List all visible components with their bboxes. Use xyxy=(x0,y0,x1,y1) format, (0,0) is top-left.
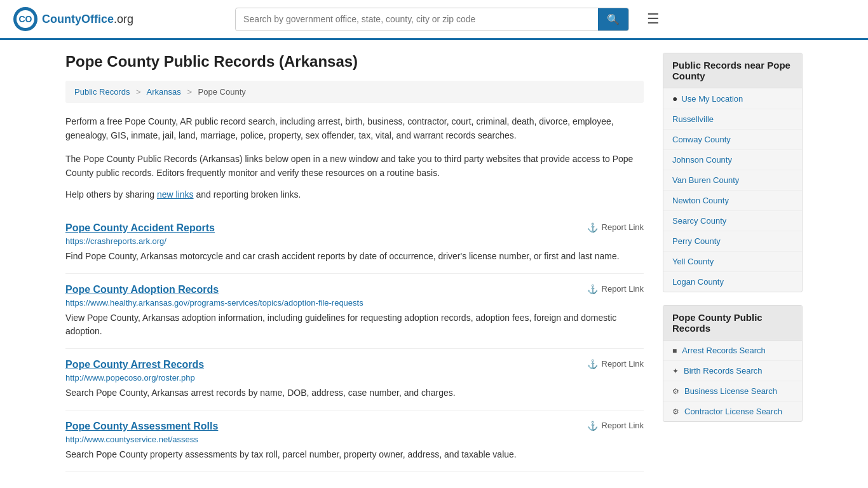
record-desc-adoption: View Pope County, Arkansas adoption info… xyxy=(65,311,644,338)
breadcrumb-public-records[interactable]: Public Records xyxy=(74,87,130,97)
record-title-adoption[interactable]: Pope County Adoption Records xyxy=(65,284,219,295)
hamburger-icon: ☰ xyxy=(647,11,660,27)
search-bar: 🔍 xyxy=(235,8,629,31)
sidebar-item-logan[interactable]: Logan County xyxy=(663,272,802,292)
sidebar-item-vanburen[interactable]: Van Buren County xyxy=(663,170,802,191)
page-title: Pope County Public Records (Arkansas) xyxy=(65,53,644,71)
use-location-item[interactable]: ● Use My Location xyxy=(663,88,802,109)
use-location-link[interactable]: Use My Location xyxy=(681,94,743,104)
record-desc-arrest: Search Pope County, Arkansas arrest reco… xyxy=(65,386,644,400)
report-link-arrest[interactable]: ⚓ Report Link xyxy=(587,359,644,369)
logo-icon: CO xyxy=(13,6,38,32)
logo[interactable]: CO CountyOffice.org xyxy=(13,6,133,32)
nearby-section: Public Records near Pope County ● Use My… xyxy=(663,53,803,292)
report-icon-accident: ⚓ xyxy=(587,222,598,233)
sidebar-item-searcy[interactable]: Searcy County xyxy=(663,211,802,231)
record-title-arrest[interactable]: Pope County Arrest Records xyxy=(65,359,204,370)
report-link-accident[interactable]: ⚓ Report Link xyxy=(587,222,644,233)
header: CO CountyOffice.org 🔍 ☰ xyxy=(0,0,868,40)
nearby-title: Public Records near Pope County xyxy=(663,53,802,88)
record-url-adoption[interactable]: https://www.healthy.arkansas.gov/program… xyxy=(65,298,644,308)
report-icon-assessment: ⚓ xyxy=(587,421,598,431)
sidebar-business-license[interactable]: ⚙ Business License Search xyxy=(663,381,802,402)
location-icon: ● xyxy=(672,93,677,104)
record-title-assessment[interactable]: Pope County Assessment Rolls xyxy=(65,421,218,432)
intro-paragraph-2: The Pope County Public Records (Arkansas… xyxy=(65,152,644,180)
record-desc-accident: Find Pope County, Arkansas motorcycle an… xyxy=(65,250,644,263)
record-url-accident[interactable]: https://crashreports.ark.org/ xyxy=(65,236,644,246)
sidebar: Public Records near Pope County ● Use My… xyxy=(663,53,803,472)
arrest-icon: ■ xyxy=(672,346,677,355)
breadcrumb-sep-1: > xyxy=(136,87,141,97)
records-section-title: Pope County Public Records xyxy=(663,306,802,341)
record-desc-assessment: Search Pope County property assessments … xyxy=(65,448,644,461)
report-icon-arrest: ⚓ xyxy=(587,359,598,369)
sidebar-item-russellville[interactable]: Russellville xyxy=(663,109,802,130)
breadcrumb-current: Pope County xyxy=(198,87,246,97)
records-list: Pope County Accident Reports ⚓ Report Li… xyxy=(65,212,644,472)
hamburger-menu-button[interactable]: ☰ xyxy=(642,8,665,30)
report-link-assessment[interactable]: ⚓ Report Link xyxy=(587,421,644,431)
breadcrumb-sep-2: > xyxy=(187,87,192,97)
sidebar-item-perry[interactable]: Perry County xyxy=(663,231,802,252)
record-url-assessment[interactable]: http://www.countyservice.net/assess xyxy=(65,435,644,444)
record-title-accident[interactable]: Pope County Accident Reports xyxy=(65,222,215,234)
report-link-adoption[interactable]: ⚓ Report Link xyxy=(587,284,644,294)
sidebar-contractor-license[interactable]: ⚙ Contractor License Search xyxy=(663,402,802,421)
main-container: Pope County Public Records (Arkansas) Pu… xyxy=(53,40,815,485)
report-icon-adoption: ⚓ xyxy=(587,284,598,294)
record-arrest-records: Pope County Arrest Records ⚓ Report Link… xyxy=(65,349,644,410)
record-adoption-records: Pope County Adoption Records ⚓ Report Li… xyxy=(65,274,644,349)
content-area: Pope County Public Records (Arkansas) Pu… xyxy=(65,53,644,472)
new-links-link[interactable]: new links xyxy=(157,189,194,200)
record-url-arrest[interactable]: http://www.popecoso.org/roster.php xyxy=(65,373,644,383)
share-text: Help others by sharing new links and rep… xyxy=(65,189,644,200)
logo-text: CountyOffice.org xyxy=(42,13,133,26)
breadcrumb: Public Records > Arkansas > Pope County xyxy=(65,81,644,103)
sidebar-item-yell[interactable]: Yell County xyxy=(663,252,802,272)
sidebar-arrest-records[interactable]: ■ Arrest Records Search xyxy=(663,341,802,361)
record-accident-reports: Pope County Accident Reports ⚓ Report Li… xyxy=(65,212,644,274)
intro-paragraph-1: Perform a free Pope County, AR public re… xyxy=(65,114,644,143)
business-icon: ⚙ xyxy=(672,387,679,396)
sidebar-item-johnson[interactable]: Johnson County xyxy=(663,150,802,170)
sidebar-item-newton[interactable]: Newton County xyxy=(663,191,802,211)
search-icon: 🔍 xyxy=(607,14,620,25)
records-section: Pope County Public Records ■ Arrest Reco… xyxy=(663,305,803,422)
sidebar-birth-records[interactable]: ✦ Birth Records Search xyxy=(663,361,802,381)
contractor-icon: ⚙ xyxy=(672,407,679,416)
svg-text:CO: CO xyxy=(19,14,32,24)
search-input[interactable] xyxy=(236,9,598,29)
birth-icon: ✦ xyxy=(672,367,679,376)
search-button[interactable]: 🔍 xyxy=(598,8,628,30)
breadcrumb-arkansas[interactable]: Arkansas xyxy=(147,87,181,97)
sidebar-item-conway[interactable]: Conway County xyxy=(663,130,802,150)
record-assessment-rolls: Pope County Assessment Rolls ⚓ Report Li… xyxy=(65,410,644,472)
